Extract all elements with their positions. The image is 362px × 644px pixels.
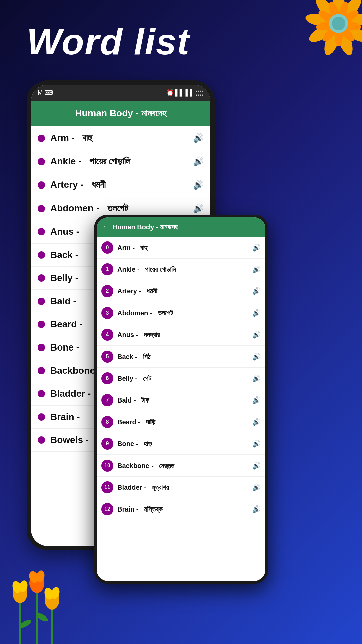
phone-fg-list: 0 Arm - বাহু 🔊 1 Ankle - পায়ের গোড়ালি … <box>97 237 265 520</box>
speaker-icon[interactable]: 🔊 <box>252 440 261 448</box>
status-carrier: M ⌨ <box>38 89 53 96</box>
list-item[interactable]: 11 Bladder - মূত্রাশয় 🔊 <box>97 477 265 498</box>
word-text: Backbone - মেরুদন্ড <box>117 462 250 470</box>
list-item[interactable]: 7 Bald - টাক 🔊 <box>97 389 265 411</box>
bullet-icon <box>38 436 45 444</box>
list-item[interactable]: 4 Anus - মলদ্বার 🔊 <box>97 324 265 346</box>
word-text: Back - পিঠ <box>117 353 250 361</box>
index-badge: 10 <box>101 460 113 472</box>
bullet-icon <box>38 251 45 259</box>
list-item[interactable]: Ankle - পায়ের গোড়ালি 🔊 <box>31 150 210 173</box>
phone-foreground: ← Human Body - মানবদেহ 0 Arm - বাহু 🔊 1 … <box>94 215 268 584</box>
word-text: Artery - ধমনী <box>50 179 106 191</box>
index-badge: 5 <box>101 351 113 363</box>
word-text: Bone - <box>50 342 79 353</box>
index-badge: 8 <box>101 416 113 428</box>
status-bar: M ⌨ ⏰ ▌▌ ▌▌ )))) <box>31 85 210 101</box>
list-item[interactable]: 1 Ankle - পায়ের গোড়ালি 🔊 <box>97 259 265 280</box>
speaker-icon[interactable]: 🔊 <box>193 180 204 190</box>
index-badge: 1 <box>101 263 113 275</box>
bullet-icon <box>38 321 45 328</box>
speaker-icon[interactable]: 🔊 <box>193 156 204 167</box>
index-badge: 2 <box>101 285 113 297</box>
speaker-icon[interactable]: 🔊 <box>252 265 261 273</box>
speaker-icon[interactable]: 🔊 <box>252 287 261 295</box>
phone-fg-screen: ← Human Body - মানবদেহ 0 Arm - বাহু 🔊 1 … <box>97 217 265 581</box>
bullet-icon <box>38 135 45 142</box>
word-text: Bladder - <box>50 388 91 399</box>
bullet-icon <box>38 158 45 165</box>
bullet-icon <box>38 205 45 212</box>
list-item[interactable]: 12 Brain - মস্তিষ্ক 🔊 <box>97 498 265 520</box>
svg-point-19 <box>332 17 345 30</box>
list-item[interactable]: 2 Artery - ধমনী 🔊 <box>97 280 265 302</box>
word-text: Ankle - পায়ের গোড়ালি <box>50 156 130 167</box>
word-text: Belly - <box>50 273 78 283</box>
list-item[interactable]: 3 Abdomen - তলপেট 🔊 <box>97 302 265 324</box>
index-badge: 11 <box>101 481 113 493</box>
list-item[interactable]: 5 Back - পিঠ 🔊 <box>97 346 265 368</box>
phone-bg-header: Human Body - মানবদেহ <box>31 101 210 126</box>
speaker-icon[interactable]: 🔊 <box>252 353 261 361</box>
word-text: Brain - <box>50 412 80 422</box>
back-arrow-icon[interactable]: ← <box>102 223 109 231</box>
index-badge: 6 <box>101 372 113 384</box>
speaker-icon[interactable]: 🔊 <box>252 462 261 470</box>
word-text: Brain - মস্তিষ্ক <box>117 505 250 513</box>
phone-fg-title: Human Body - মানবদেহ <box>113 223 178 231</box>
phone-fg-header: ← Human Body - মানবদেহ <box>97 217 265 237</box>
word-text: Belly - পেট <box>117 375 250 382</box>
word-text: Artery - ধমনী <box>117 287 250 295</box>
speaker-icon[interactable]: 🔊 <box>252 396 261 404</box>
word-text: Back - <box>50 250 78 260</box>
speaker-icon[interactable]: 🔊 <box>252 483 261 491</box>
index-badge: 12 <box>101 503 113 515</box>
speaker-icon[interactable]: 🔊 <box>252 505 261 513</box>
bullet-icon <box>38 413 45 421</box>
word-text: Backbone - <box>50 365 101 376</box>
index-badge: 4 <box>101 329 113 341</box>
bullet-icon <box>38 298 45 305</box>
list-item[interactable]: 10 Backbone - মেরুদন্ড 🔊 <box>97 455 265 477</box>
word-text: Beard - <box>50 319 82 330</box>
word-text: Abdomen - তলপেট <box>50 203 128 214</box>
speaker-icon[interactable]: 🔊 <box>252 244 261 252</box>
word-text: Bald - টাক <box>117 396 250 404</box>
index-badge: 3 <box>101 307 113 319</box>
speaker-icon[interactable]: 🔊 <box>252 374 261 382</box>
word-text: Arm - বাহু <box>117 244 250 252</box>
word-text: Arm - বাহু <box>50 132 92 144</box>
bullet-icon <box>38 181 45 189</box>
list-item[interactable]: 9 Bone - হাড় 🔊 <box>97 433 265 455</box>
word-text: Bowels - <box>50 435 89 445</box>
word-text: Beard - দাড়ি <box>117 418 250 426</box>
bullet-icon <box>38 228 45 235</box>
flower-decoration <box>272 0 362 91</box>
index-badge: 0 <box>101 241 113 254</box>
speaker-icon[interactable]: 🔊 <box>193 133 204 143</box>
list-item[interactable]: 8 Beard - দাড়ি 🔊 <box>97 411 265 433</box>
word-text: Bladder - মূত্রাশয় <box>117 484 250 491</box>
speaker-icon[interactable]: 🔊 <box>193 203 204 214</box>
word-text: Bone - হাড় <box>117 440 250 448</box>
list-item[interactable]: Arm - বাহু 🔊 <box>31 126 210 150</box>
word-text: Ankle - পায়ের গোড়ালি <box>117 266 250 273</box>
speaker-icon[interactable]: 🔊 <box>252 309 261 317</box>
bullet-icon <box>38 367 45 374</box>
list-item[interactable]: 0 Arm - বাহু 🔊 <box>97 237 265 259</box>
status-icons: ⏰ ▌▌ ▌▌ )))) <box>166 89 204 96</box>
speaker-icon[interactable]: 🔊 <box>252 331 261 339</box>
list-item[interactable]: 6 Belly - পেট 🔊 <box>97 368 265 389</box>
tulip-decoration <box>0 537 74 644</box>
page-title: Word list <box>27 20 190 63</box>
word-text: Anus - <box>50 226 79 237</box>
word-text: Abdomen - তলপেট <box>117 309 250 317</box>
speaker-icon[interactable]: 🔊 <box>252 418 261 426</box>
bullet-icon <box>38 344 45 351</box>
index-badge: 7 <box>101 394 113 406</box>
bullet-icon <box>38 390 45 397</box>
list-item[interactable]: Artery - ধমনী 🔊 <box>31 173 210 197</box>
index-badge: 9 <box>101 438 113 450</box>
bullet-icon <box>38 274 45 282</box>
word-text: Bald - <box>50 296 76 307</box>
